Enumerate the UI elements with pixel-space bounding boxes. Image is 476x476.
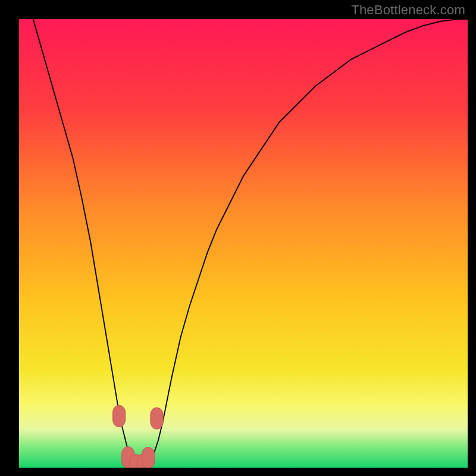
watermark-text: TheBottleneck.com [351, 2, 465, 18]
curve-marker [113, 405, 126, 427]
marker-group [113, 405, 163, 468]
bottleneck-curve [19, 19, 468, 468]
curve-marker [151, 408, 163, 429]
curve-marker [142, 447, 155, 468]
plot-area [19, 19, 468, 468]
outer-frame: TheBottleneck.com [0, 0, 476, 476]
v-curve-path [19, 19, 468, 468]
